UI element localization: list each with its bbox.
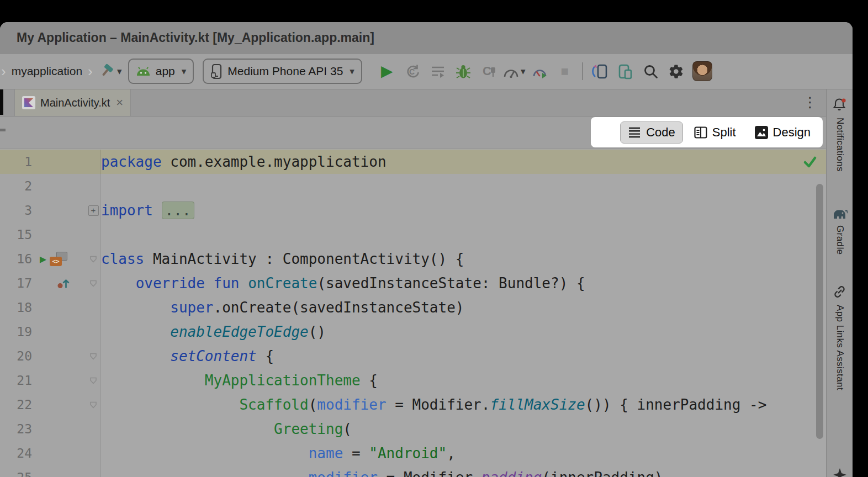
fold-column: [86, 401, 100, 409]
fold-collapse-icon[interactable]: [89, 377, 97, 384]
profileable-run-button[interactable]: [527, 59, 552, 84]
editor-mode-switcher: Code Split Design: [591, 117, 823, 147]
line-number: 24: [0, 446, 32, 460]
code-text[interactable]: override fun onCreate(savedInstanceState…: [101, 275, 585, 292]
fold-column: [86, 377, 100, 384]
fold-column: [86, 256, 100, 263]
profiler-button[interactable]: ▾: [501, 59, 527, 84]
fold-collapse-icon[interactable]: [89, 401, 97, 409]
svg-text:C: C: [409, 67, 415, 76]
editor-gutter: 25: [0, 465, 101, 477]
code-text[interactable]: MyApplicationTheme {: [101, 372, 378, 389]
fold-collapse-icon[interactable]: [89, 280, 97, 287]
sidebar-label: Gradle: [834, 225, 845, 255]
device-label: Medium Phone API 35: [227, 65, 343, 78]
inspections-ok-icon[interactable]: [803, 155, 817, 168]
sidebar-item-app-links[interactable]: App Links Assistant: [832, 284, 847, 390]
code-text[interactable]: super.onCreate(savedInstanceState): [101, 299, 464, 316]
apply-code-changes-icon: [430, 63, 446, 79]
device-manager-button[interactable]: [613, 59, 638, 84]
line-number: 1: [0, 155, 32, 169]
line-number: 16: [0, 252, 32, 266]
search-icon: [643, 63, 659, 80]
run-button[interactable]: ▶: [374, 59, 400, 84]
editor-gutter: 23: [0, 417, 101, 441]
user-avatar[interactable]: [692, 61, 712, 81]
main-content: MainActivity.kt × ⋮ Code Split: [0, 89, 853, 477]
code-line-15: 15: [0, 222, 826, 247]
fold-column: +: [86, 205, 100, 216]
settings-button[interactable]: [664, 59, 689, 84]
gutter-icons: ▶<>: [32, 252, 86, 266]
code-editor[interactable]: 1package com.example.myapplication23+imp…: [0, 149, 826, 477]
running-devices-button[interactable]: [588, 59, 613, 84]
apply-changes-icon: C: [404, 63, 421, 80]
editor-scrollbar-thumb[interactable]: [816, 184, 823, 439]
apply-code-changes-button[interactable]: [425, 59, 451, 84]
mode-code-button[interactable]: Code: [620, 121, 683, 144]
line-number: 21: [0, 373, 32, 388]
kotlin-file-icon: [22, 96, 35, 109]
chevron-right-icon: ›: [88, 63, 93, 80]
tab-close-icon[interactable]: ×: [116, 96, 123, 110]
fold-collapse-icon[interactable]: [89, 353, 97, 360]
device-selector[interactable]: Medium Phone API 35 ▾: [203, 59, 362, 84]
running-devices-icon: [591, 63, 609, 80]
dropdown-caret-icon: ▾: [182, 66, 187, 77]
code-line-3: 3+import ...: [0, 198, 826, 222]
fold-expand-icon[interactable]: +: [88, 205, 99, 216]
code-text[interactable]: Scaffold(modifier = Modifier.fillMaxSize…: [101, 396, 766, 413]
ai-sparkle-icon[interactable]: [833, 468, 847, 477]
code-text[interactable]: import ...: [101, 202, 194, 219]
code-line-25: 25 modifier = Modifier.padding(innerPadd…: [0, 465, 826, 477]
line-number: 19: [0, 325, 32, 339]
line-number: 2: [0, 179, 32, 193]
code-line-17: 17 override fun onCreate(savedInstanceSt…: [0, 271, 826, 295]
code-view-icon: [628, 126, 641, 138]
sidebar-item-notifications[interactable]: Notifications: [832, 97, 847, 172]
fold-collapse-icon[interactable]: [89, 256, 97, 263]
dropdown-caret-icon: ▾: [117, 66, 122, 77]
code-text[interactable]: package com.example.myapplication: [101, 153, 387, 170]
profileable-run-icon: [531, 64, 548, 79]
code-text[interactable]: Greeting(: [101, 421, 352, 437]
search-button[interactable]: [638, 59, 664, 84]
code-text[interactable]: setContent {: [101, 348, 274, 364]
editor-gutter: 20: [0, 344, 101, 368]
code-text[interactable]: enableEdgeToEdge(): [101, 324, 326, 340]
tab-options-kebab-icon[interactable]: ⋮: [803, 94, 817, 111]
device-manager-icon: [617, 63, 634, 80]
debug-button[interactable]: [451, 59, 476, 84]
gradle-elephant-icon: [832, 207, 848, 220]
code-text[interactable]: modifier = Modifier.padding(innerPadding…: [101, 469, 663, 477]
editor-gutter: 24: [0, 441, 101, 465]
stop-square-icon: ■: [561, 65, 569, 78]
mode-split-button[interactable]: Split: [686, 121, 744, 144]
code-text[interactable]: name = "Android",: [101, 445, 456, 462]
apply-changes-button[interactable]: C: [400, 59, 425, 84]
editor-gutter: 3+: [0, 198, 101, 222]
run-configuration-selector[interactable]: app ▾: [128, 59, 194, 84]
code-line-2: 2: [0, 174, 826, 198]
tab-label: MainActivity.kt: [40, 97, 110, 109]
editor-gutter: 22: [0, 393, 101, 417]
sidebar-label: Notifications: [834, 118, 845, 172]
tab-bar: MainActivity.kt × ⋮: [0, 89, 826, 116]
editor-toolbar: Code Split Design: [0, 116, 826, 149]
sidebar-item-gradle[interactable]: Gradle: [832, 207, 848, 255]
attach-debugger-icon: C: [480, 63, 497, 80]
tab-mainactivity[interactable]: MainActivity.kt ×: [14, 89, 131, 116]
overriding-method-gutter-icon[interactable]: [56, 276, 71, 290]
mode-design-button[interactable]: Design: [747, 121, 818, 144]
stop-button[interactable]: ■: [552, 59, 578, 84]
compose-preview-gutter-icon[interactable]: <>: [50, 252, 67, 266]
settings-gear-icon: [668, 63, 684, 80]
code-text[interactable]: class MainActivity : ComponentActivity()…: [101, 251, 464, 267]
android-head-icon: [136, 66, 151, 77]
editor-gutter: 2: [0, 174, 101, 198]
breadcrumb-project[interactable]: myapplication: [12, 65, 82, 78]
run-gutter-icon[interactable]: ▶: [40, 253, 46, 264]
attach-debugger-button[interactable]: C: [476, 59, 501, 84]
build-hammer-button[interactable]: ▾: [98, 59, 124, 84]
debug-bug-icon: [456, 63, 471, 80]
